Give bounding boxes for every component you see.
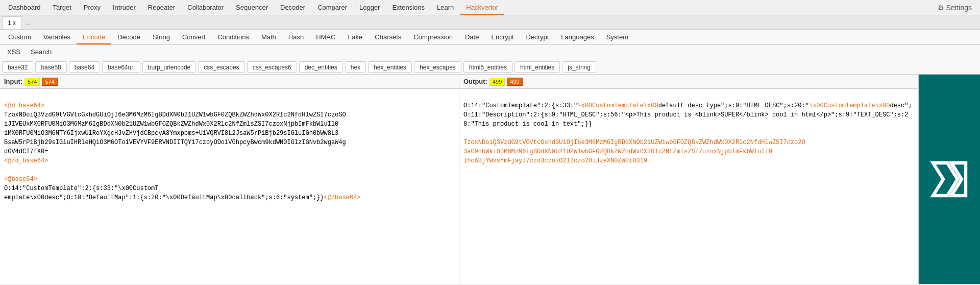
nav-sequencer[interactable]: Sequencer bbox=[230, 0, 274, 15]
input-tag-base64-close: <@/base64> bbox=[324, 194, 361, 201]
tab-strip: 1 x ... bbox=[0, 15, 980, 30]
nav-collaborator[interactable]: Collaborator bbox=[181, 0, 230, 15]
tab-decode[interactable]: Decode bbox=[111, 30, 146, 44]
tab-variables[interactable]: Variables bbox=[37, 30, 77, 44]
output-content: O:14:"CustomTemplate":2:{s:33:"\x00Custo… bbox=[459, 89, 918, 284]
encode-btn-dec-entities[interactable]: dec_entities bbox=[299, 61, 343, 73]
encode-buttons-row: base32 base58 base64 base64url burp_urle… bbox=[0, 59, 980, 75]
tab-string[interactable]: String bbox=[146, 30, 176, 44]
subtab-search[interactable]: Search bbox=[26, 45, 57, 59]
tab-custom[interactable]: Custom bbox=[2, 30, 37, 44]
nav-decoder[interactable]: Decoder bbox=[274, 0, 311, 15]
tab-date[interactable]: Date bbox=[459, 30, 485, 44]
output-panel-header: Output: 499 499 bbox=[459, 75, 918, 89]
encode-btn-base64url[interactable]: base64url bbox=[102, 61, 140, 73]
encode-btn-hex-entities[interactable]: hex_entities bbox=[368, 61, 412, 73]
tab-encode[interactable]: Encode bbox=[77, 30, 111, 44]
tab-encrypt[interactable]: Encrypt bbox=[485, 30, 520, 44]
encode-btn-js-string[interactable]: js_string bbox=[562, 61, 596, 73]
nav-logger[interactable]: Logger bbox=[353, 0, 386, 15]
encode-btn-burp-urlencode[interactable]: burp_urlencode bbox=[142, 61, 196, 73]
nav-extensions[interactable]: Extensions bbox=[386, 0, 431, 15]
nav-proxy[interactable]: Proxy bbox=[78, 0, 107, 15]
tab-system[interactable]: System bbox=[600, 30, 634, 44]
encode-btn-base32[interactable]: base32 bbox=[2, 61, 33, 73]
input-tag-close: <@/d_base64> bbox=[4, 157, 48, 164]
sub-tabs: XSS Search bbox=[0, 45, 980, 59]
tab-math[interactable]: Math bbox=[255, 30, 282, 44]
nav-repeater[interactable]: Repeater bbox=[142, 0, 181, 15]
input-panel-header: Input: 574 574 bbox=[0, 75, 459, 89]
input-count-red: 574 bbox=[42, 78, 57, 86]
input-tag-base64-open: <@base64> bbox=[4, 176, 37, 183]
input-tag-open: <@d_base64> bbox=[4, 102, 44, 109]
encode-btn-hex-escapes[interactable]: hex_escapes bbox=[414, 61, 461, 73]
output-encoded-block: TzoxNDoiQ3VzdG9tVGVtcGxhdGUiOjI6e3M6MzM6… bbox=[463, 139, 805, 164]
nav-hackvertor[interactable]: Hackvertor bbox=[460, 0, 504, 15]
main-content: Input: 574 574 <@d_base64> TzoxNDoiQ3Vzd… bbox=[0, 75, 980, 284]
top-navigation: Dashboard Target Proxy Intruder Repeater… bbox=[0, 0, 980, 15]
output-label: Output: bbox=[463, 78, 487, 85]
output-count-red: 499 bbox=[507, 78, 522, 86]
encode-btn-html5-entities[interactable]: html5_entities bbox=[463, 61, 512, 73]
hackvertor-logo bbox=[919, 75, 980, 284]
output-panel: Output: 499 499 O:14:"CustomTemplate":2:… bbox=[459, 75, 919, 284]
tab-fake[interactable]: Fake bbox=[341, 30, 369, 44]
tab-hash[interactable]: Hash bbox=[282, 30, 310, 44]
nav-learn[interactable]: Learn bbox=[431, 0, 460, 15]
output-count-yellow: 499 bbox=[489, 78, 505, 86]
encode-btn-html-entities[interactable]: html_entities bbox=[514, 61, 560, 73]
tab-hmac[interactable]: HMAC bbox=[310, 30, 341, 44]
main-tabs: Custom Variables Encode Decode String Co… bbox=[0, 30, 980, 45]
tab-1[interactable]: 1 x bbox=[2, 16, 21, 29]
tab-charsets[interactable]: Charsets bbox=[369, 30, 407, 44]
subtab-xss[interactable]: XSS bbox=[2, 45, 26, 59]
encode-btn-css-escapes6[interactable]: css_escapes6 bbox=[247, 61, 297, 73]
nav-target[interactable]: Target bbox=[47, 0, 78, 15]
input-content[interactable]: <@d_base64> TzoxNDoiQ3VzdG9tVGVtcGxhdGUi… bbox=[0, 89, 459, 284]
encode-btn-base58[interactable]: base58 bbox=[35, 61, 66, 73]
tab-compression[interactable]: Compression bbox=[407, 30, 459, 44]
settings-button[interactable]: ⚙ Settings bbox=[932, 0, 978, 15]
input-count-yellow: 574 bbox=[24, 78, 40, 86]
tab-languages[interactable]: Languages bbox=[555, 30, 600, 44]
nav-dashboard[interactable]: Dashboard bbox=[2, 0, 47, 15]
nav-comparer[interactable]: Comparer bbox=[311, 0, 353, 15]
encode-btn-css-escapes[interactable]: css_escapes bbox=[198, 61, 244, 73]
tab-conditions[interactable]: Conditions bbox=[211, 30, 255, 44]
nav-intruder[interactable]: Intruder bbox=[107, 0, 142, 15]
input-panel: Input: 574 574 <@d_base64> TzoxNDoiQ3Vzd… bbox=[0, 75, 459, 284]
tab-more[interactable]: ... bbox=[22, 16, 34, 29]
encode-btn-hex[interactable]: hex bbox=[345, 61, 366, 73]
tab-decrypt[interactable]: Decrypt bbox=[520, 30, 555, 44]
encode-btn-base64[interactable]: base64 bbox=[69, 61, 100, 73]
input-label: Input: bbox=[4, 78, 22, 85]
tab-convert[interactable]: Convert bbox=[176, 30, 212, 44]
